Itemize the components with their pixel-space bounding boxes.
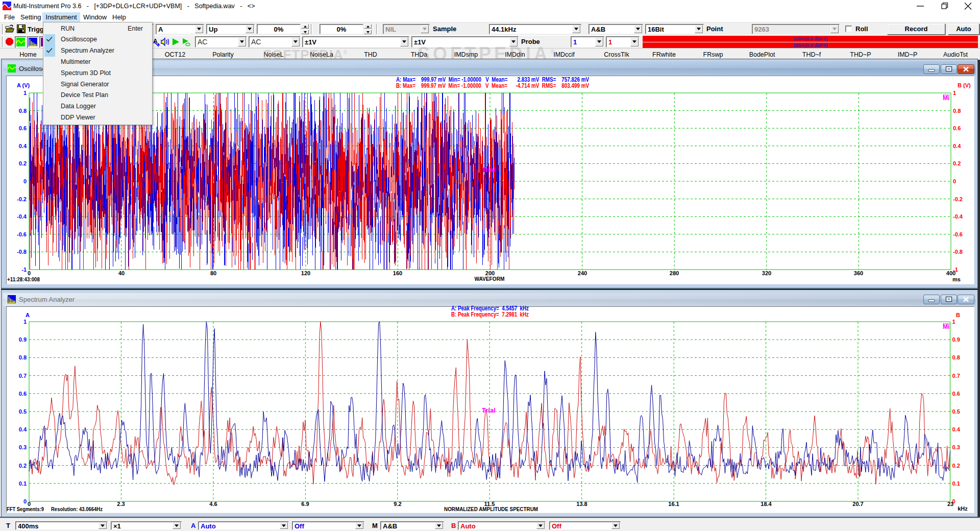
- svg-text:WAVEFORM: WAVEFORM: [475, 276, 505, 282]
- svg-text:16.1: 16.1: [668, 501, 679, 507]
- svg-text:0.5: 0.5: [952, 408, 960, 415]
- svg-text:Trial: Trial: [482, 406, 496, 414]
- svg-text:240: 240: [578, 270, 587, 276]
- svg-text:A (V): A (V): [17, 82, 30, 88]
- svg-text:-1: -1: [21, 267, 27, 273]
- svg-text:+11:28:43:008: +11:28:43:008: [7, 276, 40, 282]
- svg-text:0.8: 0.8: [953, 108, 961, 114]
- svg-text:0.9: 0.9: [952, 336, 960, 343]
- svg-text:B: B: [956, 312, 960, 318]
- svg-text:A: A: [26, 312, 30, 318]
- svg-text:0: 0: [23, 178, 27, 184]
- svg-text:-0.6: -0.6: [953, 231, 963, 237]
- svg-text:0.3: 0.3: [952, 444, 960, 450]
- svg-text:1: 1: [23, 319, 27, 325]
- svg-text:ms: ms: [952, 276, 961, 282]
- svg-text:0.8: 0.8: [19, 108, 27, 114]
- svg-text:0.5: 0.5: [19, 408, 27, 415]
- svg-text:9.2: 9.2: [394, 501, 401, 507]
- svg-text:0.9: 0.9: [19, 336, 27, 343]
- svg-text:FFT Segments:9: FFT Segments:9: [7, 506, 44, 512]
- svg-text:2.3: 2.3: [117, 501, 125, 507]
- svg-text:0.7: 0.7: [952, 373, 960, 379]
- svg-text:0.8: 0.8: [952, 354, 960, 360]
- svg-text:160: 160: [393, 270, 402, 276]
- svg-text:0.4: 0.4: [19, 426, 27, 432]
- svg-text:-0.4: -0.4: [953, 213, 963, 220]
- svg-text:0.8: 0.8: [19, 354, 27, 360]
- svg-text:1: 1: [952, 319, 955, 325]
- svg-text:kHz: kHz: [958, 505, 968, 512]
- svg-text:0.6: 0.6: [19, 125, 27, 131]
- svg-text:0.4: 0.4: [953, 143, 961, 149]
- svg-text:1: 1: [953, 90, 956, 96]
- svg-text:B (V): B (V): [958, 82, 971, 88]
- svg-text:0.2: 0.2: [953, 160, 961, 166]
- svg-text:-0.8: -0.8: [17, 249, 27, 255]
- svg-text:0: 0: [953, 178, 956, 184]
- svg-text:1: 1: [23, 90, 27, 96]
- svg-text:B: Peak Frequency= 7.2981 kH: B: Peak Frequency= 7.2981 kHz: [451, 311, 529, 318]
- svg-text:-0.8: -0.8: [953, 249, 963, 255]
- svg-text:0: 0: [28, 270, 31, 276]
- svg-text:280: 280: [670, 270, 679, 276]
- svg-text:400: 400: [946, 270, 955, 276]
- svg-text:4.6: 4.6: [209, 501, 217, 507]
- svg-text:Mi: Mi: [943, 323, 949, 330]
- svg-text:80: 80: [210, 270, 216, 276]
- svg-text:23: 23: [947, 501, 953, 507]
- svg-text:40: 40: [118, 270, 125, 276]
- svg-text:360: 360: [854, 270, 863, 276]
- svg-text:-0.2: -0.2: [17, 196, 27, 202]
- svg-text:120: 120: [301, 270, 310, 276]
- svg-text:0.2: 0.2: [19, 160, 27, 166]
- svg-text:0.3: 0.3: [19, 444, 27, 450]
- svg-text:NORMALIZED AMPLITUDE SPECTRUM: NORMALIZED AMPLITUDE SPECTRUM: [444, 506, 538, 512]
- svg-text:0.6: 0.6: [19, 391, 27, 397]
- svg-text:0.6: 0.6: [952, 391, 960, 397]
- svg-text:0: 0: [23, 498, 27, 504]
- svg-text:-0.2: -0.2: [953, 196, 963, 202]
- svg-text:0.2: 0.2: [952, 463, 960, 469]
- svg-text:0.6: 0.6: [953, 125, 961, 131]
- svg-text:0.2: 0.2: [19, 463, 27, 469]
- svg-text:20.7: 20.7: [852, 501, 863, 507]
- svg-text:320: 320: [762, 270, 771, 276]
- svg-text:Mi: Mi: [943, 94, 949, 102]
- svg-text:B: Max= 999.97 mV Min= -1.: B: Max= 999.97 mV Min= -1.00000 V Mean= …: [396, 82, 589, 89]
- svg-text:0.7: 0.7: [19, 373, 27, 379]
- svg-text:6.9: 6.9: [301, 501, 309, 507]
- svg-text:0.1: 0.1: [19, 480, 27, 487]
- svg-text:Trial: Trial: [482, 166, 496, 174]
- svg-text:18.4: 18.4: [761, 501, 772, 507]
- svg-text:0.4: 0.4: [952, 426, 961, 432]
- svg-text:0.1: 0.1: [952, 480, 960, 487]
- svg-text:0.4: 0.4: [19, 143, 27, 149]
- svg-text:-0.6: -0.6: [17, 231, 27, 237]
- svg-text:13.8: 13.8: [576, 501, 587, 507]
- svg-text:-0.4: -0.4: [17, 213, 27, 220]
- svg-text:Resolution: 43.0664Hz: Resolution: 43.0664Hz: [51, 506, 103, 512]
